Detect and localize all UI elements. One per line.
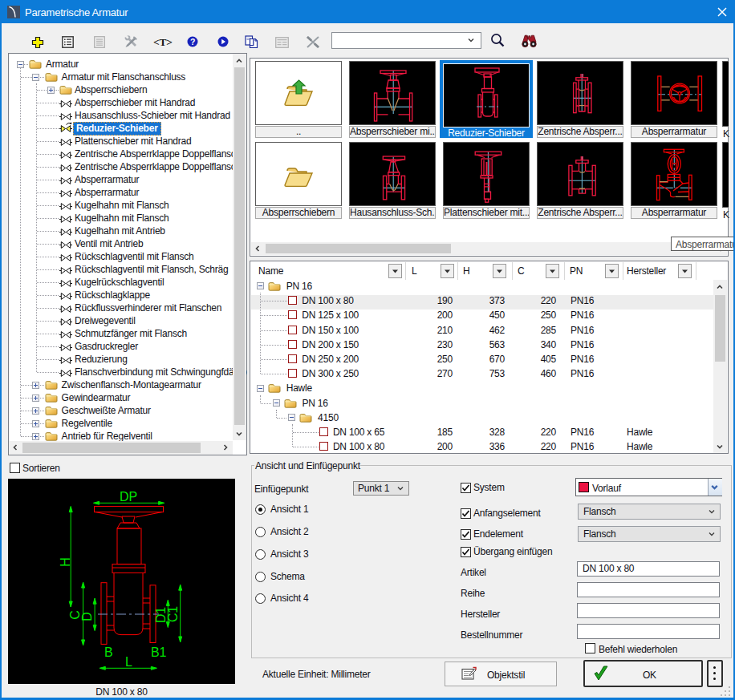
svg-text:B1: B1 bbox=[151, 645, 166, 659]
svg-text:C1: C1 bbox=[166, 606, 180, 622]
svg-text:L: L bbox=[125, 655, 132, 669]
svg-text:B: B bbox=[104, 645, 112, 659]
svg-text:?: ? bbox=[190, 37, 195, 47]
svg-text:D: D bbox=[80, 612, 94, 621]
svg-text:H: H bbox=[59, 557, 72, 566]
svg-text:DP: DP bbox=[120, 490, 137, 504]
